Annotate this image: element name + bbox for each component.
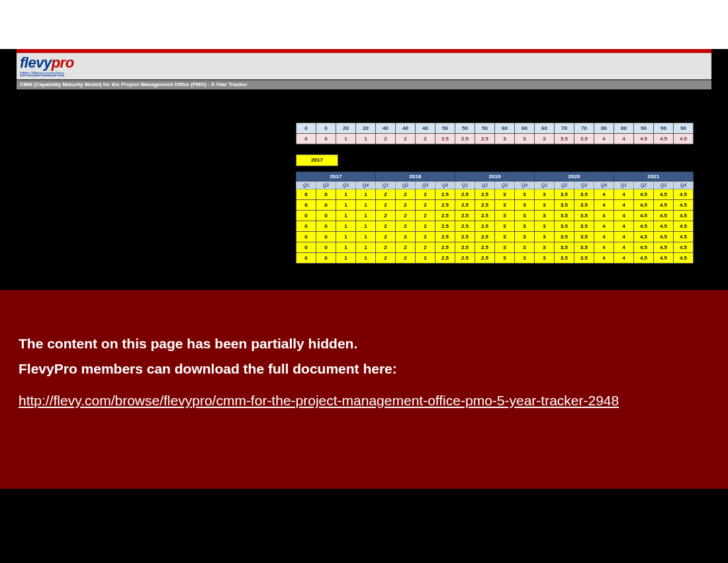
data-cell: 3 [495,242,515,253]
summary-cell: 2.5 [475,134,495,144]
summary-cell: 60 [535,123,555,134]
quarter-header: Q2 [555,181,574,189]
summary-cell: 90 [634,123,654,134]
table-row: 00112222.52.52.53333.53.5444.54.54.5 [296,221,694,232]
data-cell: 2 [416,221,435,232]
data-cell: 4 [614,189,634,200]
summary-cell: 40 [396,123,416,134]
data-cell: 3 [495,232,515,242]
overlay-download-link[interactable]: http://flevy.com/browse/flevypro/cmm-for… [19,393,619,408]
data-cell: 4 [594,200,614,211]
quarter-header: Q2 [316,181,336,189]
summary-cell: 50 [475,123,495,134]
data-cell: 3.5 [574,232,594,242]
data-cell: 3.5 [555,221,574,232]
data-cell: 0 [316,253,336,264]
data-cell: 0 [316,242,336,253]
data-cell: 1 [336,221,356,232]
summary-cell: 4.5 [634,134,654,144]
year-header: 2019 [455,172,535,181]
data-cell: 0 [316,200,336,211]
data-cell: 3.5 [574,189,594,200]
quarter-header: Q3 [416,181,435,189]
data-cell: 2 [376,232,396,242]
year-header: 2020 [535,172,614,181]
data-cell: 4 [614,211,634,221]
data-cell: 2.5 [475,189,495,200]
summary-cell: 0 [296,123,316,134]
data-cell: 2 [396,253,416,264]
logo-url[interactable]: http://flevy.com/pro [20,70,64,76]
quarter-header: Q1 [614,181,634,189]
header-background [17,53,711,79]
quarter-header: Q2 [634,181,654,189]
data-cell: 4 [614,221,634,232]
summary-cell: 1 [336,134,356,144]
summary-cell: 90 [654,123,674,134]
data-cell: 0 [316,189,336,200]
data-cell: 4.5 [634,189,654,200]
paywall-overlay: The content on this page has been partia… [0,290,728,489]
data-cell: 2.5 [475,232,495,242]
table-row: 00112222.52.52.53333.53.5444.54.54.5 [296,189,694,200]
data-cell: 3 [535,253,555,264]
data-cell: 2.5 [435,200,455,211]
data-cell: 3.5 [555,211,574,221]
document-title: CMM (Capability Maturity Model) for the … [17,80,711,89]
data-cell: 1 [356,211,376,221]
data-cell: 1 [336,232,356,242]
data-cell: 3.5 [555,200,574,211]
data-cell: 3 [535,242,555,253]
summary-cell: 3 [535,134,555,144]
quarter-header: Q1 [535,181,555,189]
data-cell: 2.5 [475,200,495,211]
data-cell: 0 [296,189,316,200]
data-cell: 3 [495,253,515,264]
data-cell: 0 [316,221,336,232]
data-cell: 3.5 [574,242,594,253]
summary-cell: 90 [674,123,694,134]
data-cell: 2 [376,253,396,264]
data-cell: 3.5 [574,221,594,232]
data-cell: 3 [535,189,555,200]
quarter-header: Q4 [435,181,455,189]
data-cell: 0 [296,232,316,242]
logo-sub: pro [52,54,74,71]
table-row: 00112222.52.52.53333.53.5444.54.54.5 [296,200,694,211]
summary-cell: 20 [336,123,356,134]
data-cell: 4.5 [674,232,694,242]
data-cell: 3.5 [555,253,574,264]
data-cell: 4.5 [674,221,694,232]
data-cell: 1 [356,253,376,264]
logo-main: flevy [20,54,52,71]
main-tracker-table: 20172018201920202021 Q1Q2Q3Q4Q1Q2Q3Q4Q1Q… [296,172,694,264]
data-cell: 2.5 [455,200,475,211]
data-cell: 2.5 [435,242,455,253]
data-cell: 2 [396,232,416,242]
data-cell: 0 [316,211,336,221]
summary-cell: 0 [316,123,336,134]
data-cell: 2.5 [435,189,455,200]
data-cell: 3 [515,242,535,253]
data-cell: 4 [594,221,614,232]
data-cell: 3 [535,221,555,232]
quarter-header: Q1 [376,181,396,189]
summary-cell: 3 [515,134,535,144]
data-cell: 2.5 [455,221,475,232]
summary-cell: 3.5 [555,134,574,144]
data-cell: 3 [515,211,535,221]
data-cell: 4 [614,232,634,242]
data-cell: 4 [594,253,614,264]
data-cell: 2 [376,211,396,221]
data-cell: 1 [336,242,356,253]
data-cell: 3.5 [555,232,574,242]
data-cell: 4 [614,200,634,211]
data-cell: 3 [515,189,535,200]
summary-cell: 70 [555,123,574,134]
data-cell: 2 [376,189,396,200]
data-cell: 3.5 [574,253,594,264]
data-cell: 4.5 [674,211,694,221]
summary-cell: 4 [614,134,634,144]
data-cell: 4 [594,232,614,242]
data-cell: 3 [535,232,555,242]
